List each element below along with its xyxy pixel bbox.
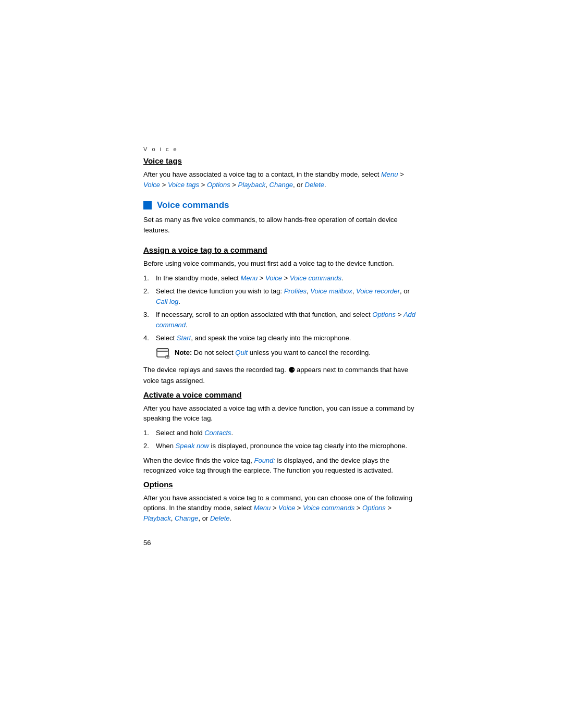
playback-link-2[interactable]: Playback [143,514,171,522]
playback-link-1[interactable]: Playback [238,181,266,189]
activate-step-2-content: When Speak now is displayed, pronounce t… [156,441,420,451]
options-link-2[interactable]: Options [372,311,396,318]
activate-steps-list: 1. Select and hold Contacts. 2. When Spe… [143,428,420,451]
change-link-1[interactable]: Change [270,181,293,189]
voice-commands-link-2[interactable]: Voice commands [303,504,354,512]
activate-section-description: After you have associated a voice tag wi… [143,403,420,424]
start-link[interactable]: Start [177,334,191,342]
options-section: Options After you have associated a voic… [143,480,420,524]
voice-link-2[interactable]: Voice [265,274,282,282]
assign-step-1: 1. In the standby mode, select Menu > Vo… [143,273,420,283]
profiles-link[interactable]: Profiles [284,287,307,295]
options-section-description: After you have associated a voice tag to… [143,493,420,524]
options-link-3[interactable]: Options [362,504,386,512]
note-bold-label: Note: [175,349,192,356]
assign-section-title: Assign a voice tag to a command [143,245,420,254]
activate-conclusion: When the device finds the voice tag, Fou… [143,455,420,476]
note-text: Note: Do not select Quit unless you want… [175,348,371,358]
assign-step-2: 2. Select the device function you wish t… [143,286,420,306]
step-num-3: 3. [143,310,156,330]
activate-section-title: Activate a voice command [143,390,420,399]
voice-tags-link[interactable]: Voice tags [168,181,199,189]
activate-step-2: 2. When Speak now is displayed, pronounc… [143,441,420,451]
contacts-link[interactable]: Contacts [204,429,231,437]
section-label: V o i c e [143,146,420,152]
menu-link-2[interactable]: Menu [241,274,258,282]
voice-recorder-link[interactable]: Voice recorder [356,287,400,295]
options-link-1[interactable]: Options [207,181,230,189]
step-4-content: Select Start, and speak the voice tag cl… [156,333,420,343]
note-svg-icon [156,348,170,359]
voice-commands-header: Voice commands [143,200,420,211]
blue-square-icon [143,201,152,209]
note-box: Note: Do not select Quit unless you want… [156,348,420,359]
voice-tags-desc-text: After you have associated a voice tag to… [143,170,381,178]
page-number: 56 [143,539,420,547]
voice-commands-link-1[interactable]: Voice commands [290,274,341,282]
note-icon [156,348,170,359]
svg-rect-1 [157,349,168,351]
voice-link-1[interactable]: Voice [143,181,160,189]
activate-step-num-1: 1. [143,428,156,438]
step-1-content: In the standby mode, select Menu > Voice… [156,273,420,283]
voice-mailbox-link[interactable]: Voice mailbox [310,287,352,295]
activate-step-num-2: 2. [143,441,156,451]
voice-commands-title: Voice commands [157,200,229,211]
quit-link[interactable]: Quit [235,349,248,356]
step-num-1: 1. [143,273,156,283]
voice-commands-description: Set as many as five voice commands, to a… [143,215,420,235]
step-3-content: If necessary, scroll to an option associ… [156,310,420,330]
voice-tags-description: After you have associated a voice tag to… [143,169,420,190]
step-num-2: 2. [143,286,156,306]
speak-now-link[interactable]: Speak now [176,442,209,450]
step-num-4: 4. [143,333,156,343]
call-log-link-1[interactable]: Call log [156,298,178,305]
voice-link-3[interactable]: Voice [278,504,295,512]
menu-link-3[interactable]: Menu [254,504,271,512]
step-2-content: Select the device function you wish to t… [156,286,420,306]
assign-step-3: 3. If necessary, scroll to an option ass… [143,310,420,330]
delete-link-1[interactable]: Delete [305,181,325,189]
voice-tag-icon: ⚈ [288,365,295,374]
activate-step-1: 1. Select and hold Contacts. [143,428,420,438]
assign-steps-list: 1. In the standby mode, select Menu > Vo… [143,273,420,343]
menu-link-1[interactable]: Menu [381,170,398,178]
delete-link-2[interactable]: Delete [210,514,230,522]
options-section-title: Options [143,480,420,489]
assign-step-4: 4. Select Start, and speak the voice tag… [143,333,420,343]
page-content: V o i c e Voice tags After you have asso… [0,0,563,728]
found-link[interactable]: Found: [254,456,275,464]
replay-description: The device replays and saves the recorde… [143,364,420,386]
activate-step-1-content: Select and hold Contacts. [156,428,420,438]
assign-section-description: Before using voice commands, you must fi… [143,258,420,269]
change-link-2[interactable]: Change [175,514,199,522]
voice-tags-title: Voice tags [143,156,420,165]
